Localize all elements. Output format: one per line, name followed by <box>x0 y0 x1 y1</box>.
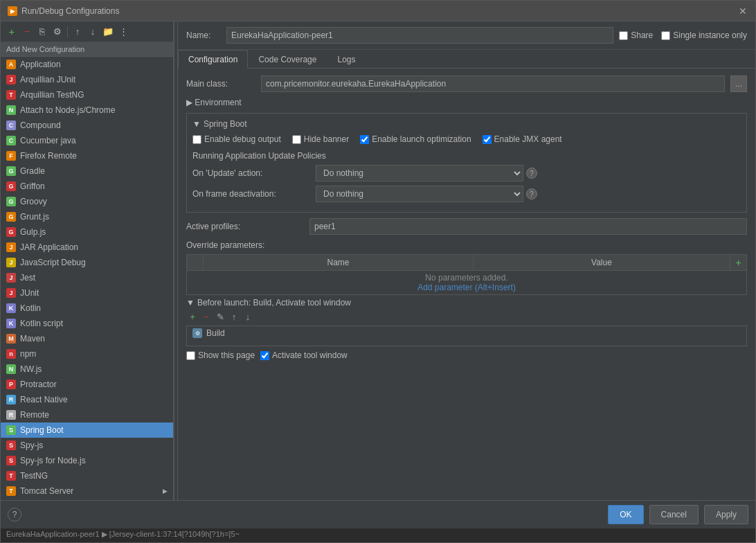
bl-edit-button[interactable]: ✎ <box>214 310 226 323</box>
cancel-button[interactable]: Cancel <box>649 505 699 524</box>
enable-launch-checkbox[interactable] <box>360 135 369 144</box>
config-list-item-maven[interactable]: MMaven <box>1 331 173 346</box>
update-action-help-icon[interactable]: ? <box>526 168 537 179</box>
config-list-item-tomcat-server[interactable]: TTomcat Server <box>1 483 173 499</box>
enable-debug-checkbox[interactable] <box>192 135 201 144</box>
spring-boot-section: ▼ Spring Boot Enable debug output Hide b… <box>186 113 747 213</box>
show-page-row: Show this page Activate tool window <box>186 350 747 360</box>
config-list-item-javascript-debug[interactable]: JJavaScript Debug <box>1 255 173 270</box>
main-class-input[interactable] <box>261 75 725 92</box>
add-param-link[interactable]: Add parameter (Alt+Insert) <box>417 283 516 292</box>
main-class-browse-button[interactable]: … <box>730 75 747 92</box>
config-item-label-jest: Jest <box>20 273 35 283</box>
tab-code-coverage[interactable]: Code Coverage <box>248 50 327 69</box>
config-item-label-compound: Compound <box>20 121 61 130</box>
config-list-item-attach-nodejs[interactable]: NAttach to Node.js/Chrome <box>1 103 173 118</box>
config-list-item-testng[interactable]: TTestNG <box>1 468 173 483</box>
spring-boot-title[interactable]: ▼ Spring Boot <box>192 119 741 129</box>
tab-configuration[interactable]: Configuration <box>178 50 248 69</box>
config-list-item-griffon[interactable]: GGriffon <box>1 179 173 194</box>
close-button[interactable]: ✕ <box>739 6 748 16</box>
frame-deactivation-select[interactable]: Do nothing Hot swap classes Update resou… <box>316 186 523 202</box>
config-list-item-protractor[interactable]: PProtractor <box>1 377 173 392</box>
title-bar-left: ▶ Run/Debug Configurations <box>8 6 119 16</box>
config-list-item-gradle[interactable]: GGradle <box>1 163 173 179</box>
remove-config-button[interactable]: − <box>20 25 34 39</box>
config-list-item-spring-boot[interactable]: SSpring Boot <box>1 422 173 438</box>
frame-deactivation-help-icon[interactable]: ? <box>526 188 537 199</box>
run-debug-dialog: ▶ Run/Debug Configurations ✕ + − ⎘ ⚙ ↑ ↓… <box>0 0 756 543</box>
config-list-item-compound[interactable]: CCompound <box>1 118 173 133</box>
share-label[interactable]: Share <box>619 30 653 40</box>
help-button[interactable]: ? <box>8 508 21 522</box>
config-item-label-application: Application <box>20 60 61 69</box>
config-list-item-jar-application[interactable]: JJAR Application <box>1 240 173 255</box>
config-list-item-remote[interactable]: RRemote <box>1 407 173 422</box>
single-instance-label[interactable]: Single instance only <box>661 30 747 40</box>
config-item-label-nw-js: NW.js <box>20 364 42 374</box>
ok-button[interactable]: OK <box>608 505 643 524</box>
settings-button[interactable]: ⚙ <box>51 25 64 39</box>
config-list-item-kotlin-script[interactable]: KKotlin script <box>1 316 173 331</box>
toolbar-separator <box>67 26 68 37</box>
before-launch-toolbar: + − ✎ ↑ ↓ <box>186 310 747 323</box>
folder-button[interactable]: 📁 <box>101 25 115 39</box>
config-list-item-npm[interactable]: nnpm <box>1 346 173 362</box>
tab-logs[interactable]: Logs <box>327 50 366 69</box>
config-list-item-kotlin[interactable]: KKotlin <box>1 301 173 316</box>
config-list-item-junit[interactable]: JJUnit <box>1 285 173 301</box>
enable-jmx-checkbox[interactable] <box>483 135 492 144</box>
config-list-item-jest[interactable]: JJest <box>1 270 173 285</box>
single-instance-checkbox[interactable] <box>661 31 670 40</box>
move-up-button[interactable]: ↑ <box>71 25 84 39</box>
show-page-label[interactable]: Show this page <box>186 350 255 360</box>
enable-debug-label[interactable]: Enable debug output <box>192 134 281 144</box>
active-profiles-input[interactable] <box>309 218 747 235</box>
left-toolbar: + − ⎘ ⚙ ↑ ↓ 📁 ⋮ <box>1 21 173 42</box>
config-list-item-arquillian-junit[interactable]: JArquillian JUnit <box>1 72 173 87</box>
config-list-item-spy-js[interactable]: SSpy-js <box>1 438 173 453</box>
config-list-item-spy-js-node[interactable]: SSpy-js for Node.js <box>1 453 173 468</box>
config-list-item-gulp-js[interactable]: GGulp.js <box>1 224 173 240</box>
environment-section-header[interactable]: ▶ Environment <box>186 98 747 107</box>
config-list-item-react-native[interactable]: RReact Native <box>1 392 173 407</box>
config-item-label-jar-application: JAR Application <box>20 242 78 252</box>
config-list-item-firefox-remote[interactable]: FFirefox Remote <box>1 148 173 163</box>
before-launch-header[interactable]: ▼ Before launch: Build, Activate tool wi… <box>186 298 747 308</box>
activate-window-checkbox[interactable] <box>260 351 269 360</box>
hide-banner-checkbox[interactable] <box>292 135 301 144</box>
bl-down-button[interactable]: ↓ <box>242 310 254 323</box>
add-param-icon[interactable]: + <box>735 257 741 268</box>
share-checkbox[interactable] <box>619 31 628 40</box>
activate-window-label[interactable]: Activate tool window <box>260 350 348 360</box>
config-item-label-junit: JUnit <box>20 288 39 298</box>
params-table-icon-col <box>187 255 204 271</box>
dialog-icon: ▶ <box>8 6 17 16</box>
config-list-item-application[interactable]: AApplication <box>1 57 173 72</box>
move-down-button[interactable]: ↓ <box>86 25 100 39</box>
name-input[interactable] <box>226 27 613 44</box>
config-list-item-arquillian-testng[interactable]: TArquillian TestNG <box>1 87 173 103</box>
add-config-button[interactable]: + <box>5 25 19 39</box>
bl-remove-button[interactable]: − <box>200 310 213 323</box>
apply-button[interactable]: Apply <box>704 505 748 524</box>
hide-banner-label[interactable]: Hide banner <box>292 134 349 144</box>
config-list-item-grunt-js[interactable]: GGrunt.js <box>1 209 173 224</box>
config-list-item-nw-js[interactable]: NNW.js <box>1 362 173 377</box>
spring-boot-checkboxes: Enable debug output Hide banner Enable l… <box>192 134 741 144</box>
params-empty-cell: No parameters added. Add parameter (Alt+… <box>187 271 747 295</box>
config-item-label-groovy: Groovy <box>20 197 47 206</box>
config-item-icon-spy-js: S <box>6 440 16 450</box>
bl-add-button[interactable]: + <box>186 310 199 323</box>
bl-up-button[interactable]: ↑ <box>228 310 240 323</box>
update-action-select[interactable]: Do nothing Hot swap classes Update resou… <box>316 165 523 181</box>
copy-config-button[interactable]: ⎘ <box>35 25 49 39</box>
config-item-icon-remote: R <box>6 410 16 420</box>
enable-launch-label[interactable]: Enable launch optimization <box>360 134 471 144</box>
show-page-checkbox[interactable] <box>186 351 195 360</box>
config-item-icon-compound: C <box>6 121 16 130</box>
enable-jmx-label[interactable]: Enable JMX agent <box>483 134 562 144</box>
more-button[interactable]: ⋮ <box>116 25 130 39</box>
config-list-item-groovy[interactable]: GGroovy <box>1 194 173 209</box>
config-list-item-cucumber-java[interactable]: CCucumber java <box>1 133 173 148</box>
